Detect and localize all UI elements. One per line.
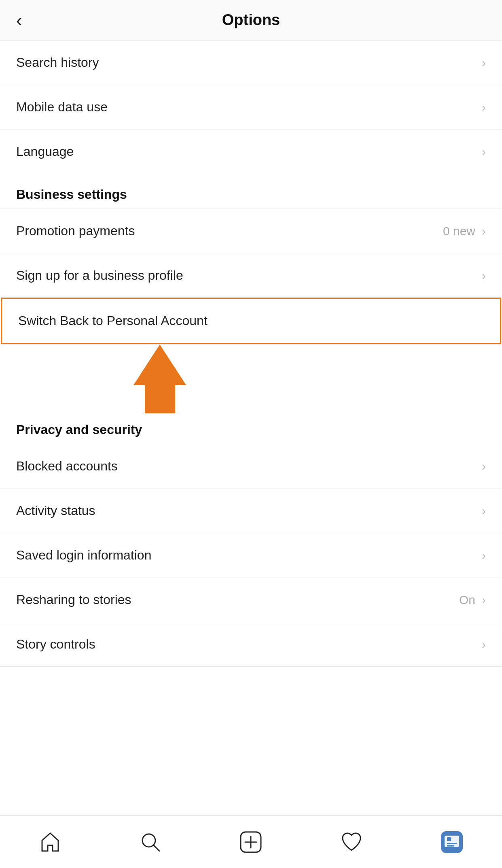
- sign-up-business-label: Sign up for a business profile: [16, 268, 183, 283]
- saved-login-item[interactable]: Saved login information ›: [0, 533, 502, 577]
- language-item[interactable]: Language ›: [0, 129, 502, 174]
- chevron-icon: ›: [482, 504, 486, 518]
- search-icon: [138, 830, 163, 854]
- mobile-data-use-label: Mobile data use: [16, 100, 108, 115]
- chevron-icon: ›: [482, 56, 486, 70]
- back-button[interactable]: ‹: [16, 11, 22, 29]
- privacy-section-header: Privacy and security: [0, 409, 502, 444]
- svg-rect-9: [447, 845, 454, 847]
- chevron-icon: ›: [482, 269, 486, 283]
- promotion-payments-item[interactable]: Promotion payments 0 new ›: [0, 208, 502, 253]
- svg-rect-6: [445, 836, 459, 847]
- blocked-accounts-item[interactable]: Blocked accounts ›: [0, 444, 502, 488]
- activity-status-label: Activity status: [16, 503, 95, 518]
- promotion-payments-right: 0 new ›: [443, 224, 486, 238]
- nav-profile[interactable]: [432, 822, 472, 862]
- business-section-header: Business settings: [0, 174, 502, 208]
- heart-icon: [339, 830, 364, 854]
- header: ‹ Options: [0, 0, 502, 40]
- resharing-stories-item[interactable]: Resharing to stories On ›: [0, 577, 502, 622]
- home-icon: [38, 830, 62, 854]
- language-right: ›: [482, 145, 486, 159]
- search-history-label: Search history: [16, 55, 99, 70]
- page-title: Options: [222, 11, 280, 29]
- chevron-icon: ›: [482, 460, 486, 473]
- activity-status-right: ›: [482, 504, 486, 518]
- story-controls-item[interactable]: Story controls ›: [0, 622, 502, 666]
- resharing-stories-label: Resharing to stories: [16, 592, 131, 607]
- chevron-icon: ›: [482, 100, 486, 114]
- search-history-item[interactable]: Search history ›: [0, 40, 502, 85]
- profile-icon: [440, 830, 464, 854]
- chevron-icon: ›: [482, 638, 486, 651]
- saved-login-right: ›: [482, 549, 486, 562]
- bottom-navigation: [0, 815, 502, 868]
- search-history-right: ›: [482, 56, 486, 70]
- resharing-stories-value: On: [459, 593, 475, 607]
- switch-back-label: Switch Back to Personal Account: [18, 313, 208, 328]
- blocked-accounts-label: Blocked accounts: [16, 459, 118, 474]
- nav-home[interactable]: [30, 822, 70, 862]
- promotion-payments-value: 0 new: [443, 224, 475, 238]
- sign-up-business-item[interactable]: Sign up for a business profile ›: [0, 253, 502, 298]
- general-section: Search history › Mobile data use › Langu…: [0, 40, 502, 174]
- chevron-icon: ›: [482, 593, 486, 607]
- resharing-stories-right: On ›: [459, 593, 486, 607]
- svg-rect-8: [447, 843, 457, 844]
- chevron-icon: ›: [482, 224, 486, 238]
- story-controls-right: ›: [482, 638, 486, 651]
- nav-search[interactable]: [130, 822, 171, 862]
- promotion-payments-label: Promotion payments: [16, 223, 135, 238]
- chevron-icon: ›: [482, 549, 486, 562]
- mobile-data-use-item[interactable]: Mobile data use ›: [0, 85, 502, 129]
- language-label: Language: [16, 144, 74, 159]
- privacy-section: Privacy and security Blocked accounts › …: [0, 409, 502, 667]
- activity-status-item[interactable]: Activity status ›: [0, 488, 502, 533]
- story-controls-label: Story controls: [16, 637, 95, 652]
- nav-heart[interactable]: [331, 822, 372, 862]
- annotation-arrow: [0, 345, 502, 409]
- chevron-icon: ›: [482, 145, 486, 159]
- add-icon: [239, 830, 263, 854]
- svg-rect-7: [447, 837, 451, 841]
- nav-add[interactable]: [231, 822, 271, 862]
- mobile-data-use-right: ›: [482, 100, 486, 114]
- sign-up-business-right: ›: [482, 269, 486, 283]
- svg-line-1: [153, 845, 159, 851]
- blocked-accounts-right: ›: [482, 460, 486, 473]
- switch-back-item[interactable]: Switch Back to Personal Account: [1, 298, 501, 344]
- business-section: Business settings Promotion payments 0 n…: [0, 174, 502, 345]
- saved-login-label: Saved login information: [16, 548, 151, 563]
